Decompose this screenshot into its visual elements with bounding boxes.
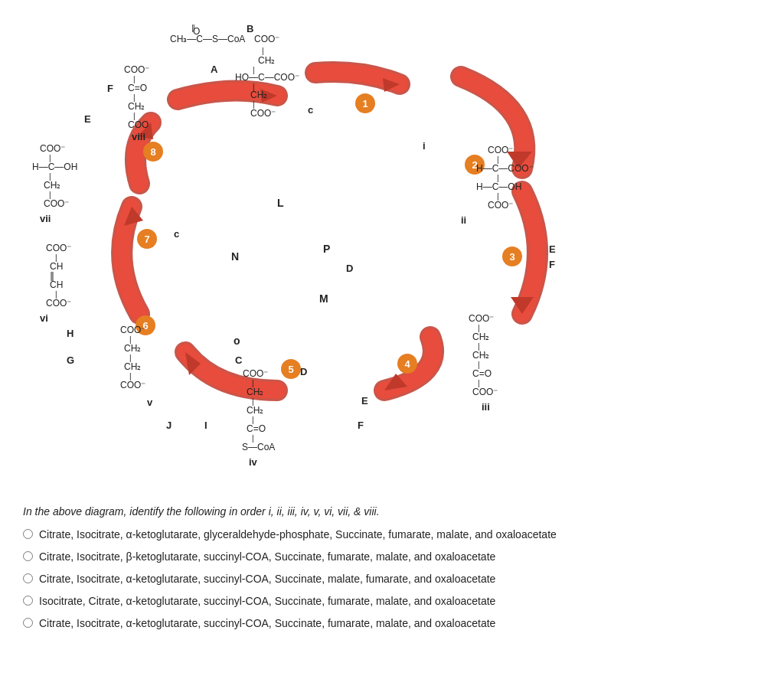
svg-text:D: D [300, 366, 307, 377]
svg-text:COO⁻: COO⁻ [243, 368, 268, 379]
option-item-3[interactable]: Isocitrate, Citrate, α-ketoglutarate, su… [23, 593, 761, 609]
svg-text:COO⁻: COO⁻ [46, 243, 71, 253]
svg-text:COO⁻: COO⁻ [254, 34, 279, 44]
svg-text:CH₂: CH₂ [472, 331, 489, 342]
svg-text:c: c [174, 228, 179, 240]
svg-text:COO⁻: COO⁻ [488, 145, 513, 155]
svg-text:CH₂: CH₂ [472, 350, 489, 361]
svg-text:CH₂: CH₂ [247, 405, 263, 416]
svg-text:CH₂: CH₂ [258, 55, 275, 66]
svg-text:C=O: C=O [472, 368, 492, 379]
svg-text:COO⁻: COO⁻ [40, 143, 65, 154]
svg-text:7: 7 [144, 233, 149, 245]
svg-text:S—CoA: S—CoA [242, 442, 275, 452]
svg-text:P: P [323, 243, 330, 255]
option-label-2: Citrate, Isocitrate, α-ketoglutarate, su… [39, 571, 495, 587]
svg-text:vi: vi [40, 312, 48, 324]
svg-text:CH₃—C—S—CoA: CH₃—C—S—CoA [170, 34, 245, 44]
svg-text:COO⁻: COO⁻ [46, 298, 71, 309]
options-list: Citrate, Isocitrate, α-ketoglutarate, gl… [23, 527, 761, 632]
svg-text:J: J [166, 420, 172, 431]
option-item-4[interactable]: Citrate, Isocitrate, α-ketoglutarate, su… [23, 616, 761, 632]
svg-text:4: 4 [404, 358, 410, 370]
option-radio-2[interactable] [23, 573, 33, 583]
svg-text:E: E [549, 243, 556, 255]
svg-text:CH₂: CH₂ [128, 101, 145, 112]
svg-text:HO—C—COO⁻: HO—C—COO⁻ [235, 72, 299, 83]
option-item-2[interactable]: Citrate, Isocitrate, α-ketoglutarate, su… [23, 571, 761, 587]
option-label-0: Citrate, Isocitrate, α-ketoglutarate, gl… [39, 527, 557, 543]
svg-text:COO⁻: COO⁻ [472, 387, 498, 397]
svg-text:|: | [262, 47, 264, 55]
svg-text:COO⁻: COO⁻ [124, 64, 149, 75]
svg-text:CH₂: CH₂ [44, 180, 60, 191]
svg-text:CH₂: CH₂ [124, 343, 141, 354]
svg-text:COO⁻: COO⁻ [44, 198, 69, 209]
svg-text:C=O: C=O [128, 83, 147, 93]
svg-text:ii: ii [461, 214, 466, 226]
svg-text:F: F [107, 83, 113, 94]
svg-text:H—C—OH: H—C—OH [476, 181, 521, 192]
option-radio-3[interactable] [23, 596, 33, 606]
option-label-3: Isocitrate, Citrate, α-ketoglutarate, su… [39, 593, 495, 609]
svg-text:COO⁻: COO⁻ [488, 200, 513, 211]
svg-text:COO: COO [128, 119, 149, 130]
option-radio-4[interactable] [23, 618, 33, 628]
svg-text:E: E [84, 113, 91, 125]
option-item-1[interactable]: Citrate, Isocitrate, β-ketoglutarate, su… [23, 549, 761, 565]
svg-text:1: 1 [362, 98, 368, 109]
svg-text:A: A [211, 64, 218, 75]
svg-text:v: v [147, 397, 153, 408]
svg-text:3: 3 [509, 251, 514, 263]
option-radio-1[interactable] [23, 551, 33, 561]
option-item-0[interactable]: Citrate, Isocitrate, α-ketoglutarate, gl… [23, 527, 761, 543]
svg-text:viii: viii [132, 131, 145, 142]
svg-text:N: N [231, 250, 239, 263]
svg-text:CH: CH [50, 279, 63, 290]
svg-text:iv: iv [249, 456, 258, 468]
svg-text:CH₂: CH₂ [250, 90, 267, 100]
svg-text:L: L [277, 197, 284, 209]
diagram-svg: 1 2 3 4 5 6 7 8 O ‖ CH₃—C—S—CoA B COO⁻ |… [17, 15, 767, 490]
svg-text:COO⁻: COO⁻ [120, 325, 145, 335]
svg-text:‖: ‖ [191, 24, 195, 32]
svg-text:I: I [204, 420, 207, 431]
svg-text:H—C—COO⁻: H—C—COO⁻ [476, 163, 534, 174]
svg-text:D: D [346, 263, 353, 274]
svg-text:8: 8 [150, 146, 155, 158]
svg-text:G: G [67, 354, 74, 366]
krebs-cycle-diagram: 1 2 3 4 5 6 7 8 O ‖ CH₃—C—S—CoA B COO⁻ |… [17, 15, 767, 490]
svg-text:COO⁻: COO⁻ [120, 380, 145, 390]
svg-text:CH₂: CH₂ [124, 361, 141, 372]
svg-text:vii: vii [40, 213, 51, 224]
svg-text:F: F [358, 420, 364, 431]
option-label-4: Citrate, Isocitrate, α-ketoglutarate, su… [39, 616, 495, 632]
option-label-1: Citrate, Isocitrate, β-ketoglutarate, su… [39, 549, 495, 565]
svg-text:H—C—OH: H—C—OH [32, 162, 77, 172]
svg-text:i: i [423, 140, 426, 152]
svg-text:CH₂: CH₂ [247, 387, 263, 397]
svg-text:iii: iii [482, 401, 490, 413]
svg-text:C: C [235, 354, 243, 366]
svg-text:C=O: C=O [247, 423, 266, 434]
svg-text:F: F [549, 259, 555, 270]
svg-text:5: 5 [288, 364, 293, 375]
question-text: In the above diagram, identify the follo… [23, 505, 761, 518]
svg-text:c: c [308, 104, 313, 116]
svg-text:COO⁻: COO⁻ [469, 313, 494, 324]
svg-text:COO⁻: COO⁻ [250, 108, 276, 119]
svg-text:M: M [319, 292, 328, 305]
option-radio-0[interactable] [23, 529, 33, 539]
svg-text:E: E [361, 395, 368, 407]
svg-text:H: H [67, 328, 74, 339]
svg-text:B: B [247, 23, 253, 34]
svg-text:o: o [234, 335, 240, 347]
question-section: In the above diagram, identify the follo… [15, 490, 769, 645]
